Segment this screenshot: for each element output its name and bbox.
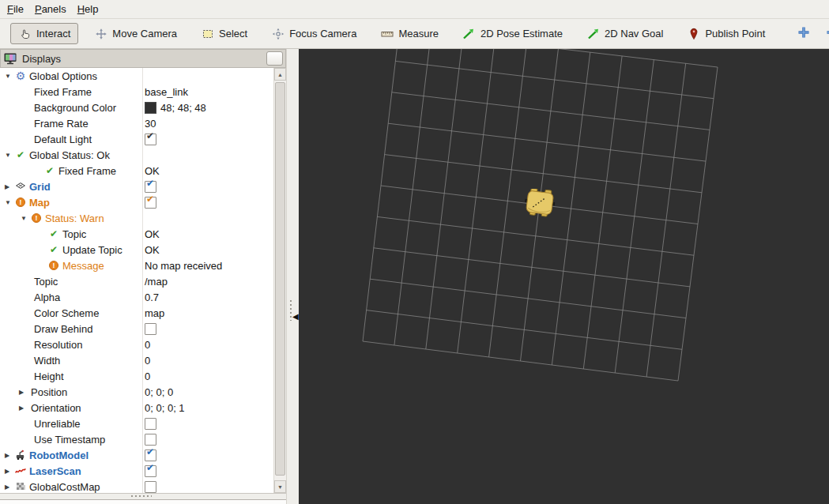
expander-icon[interactable]: ▶ (5, 452, 14, 459)
display-row-map-draw-behind[interactable]: Draw Behind (0, 321, 273, 337)
display-row-map-unreliable[interactable]: Unreliable (0, 416, 273, 431)
property-value[interactable] (145, 323, 156, 335)
expander-icon[interactable]: ▼ (21, 215, 30, 222)
display-row-map-color-scheme[interactable]: Color Schememap (0, 305, 273, 321)
move-icon (94, 27, 107, 40)
property-label: Height (34, 370, 64, 382)
property-value[interactable]: ✔ (145, 449, 156, 461)
property-value[interactable]: 0 (145, 339, 150, 351)
menu-panels[interactable]: Panels (32, 1, 75, 17)
display-row-map-use-timestamp[interactable]: Use Timestamp (0, 431, 273, 447)
tool-interact[interactable]: Interact (10, 23, 78, 44)
display-row-fixed-frame[interactable]: Fixed Framebase_link (0, 84, 273, 100)
display-row-default-light[interactable]: Default Light✔ (0, 131, 273, 147)
display-row-frame-rate[interactable]: Frame Rate30 (0, 115, 273, 131)
expander-icon[interactable]: ▼ (5, 199, 14, 206)
tool-select[interactable]: Select (193, 23, 255, 44)
display-row-map-status-update-topic[interactable]: ✔Update TopicOK (0, 242, 273, 258)
display-row-map-resolution[interactable]: Resolution0 (0, 337, 273, 352)
menu-file[interactable]: File (5, 1, 32, 17)
tool-2d-pose-estimate[interactable]: 2D Pose Estimate (454, 23, 571, 44)
menubar: FilePanelsHelp (0, 0, 829, 19)
color-swatch[interactable] (145, 102, 156, 114)
enable-checkbox[interactable]: ✔ (145, 465, 156, 477)
property-value[interactable]: ✔ (145, 181, 156, 193)
tool-measure[interactable]: Measure (372, 23, 447, 44)
display-row-map-width[interactable]: Width0 (0, 352, 273, 368)
property-value[interactable]: 48; 48; 48 (145, 102, 206, 114)
enable-checkbox[interactable]: ✔ (145, 134, 156, 145)
tool-label: Publish Point (705, 28, 765, 39)
display-row-map-height[interactable]: Height0 (0, 368, 273, 384)
scrollbar-track[interactable] (274, 81, 286, 480)
tool-2d-nav-goal[interactable]: 2D Nav Goal (578, 23, 671, 44)
property-value[interactable] (145, 434, 156, 446)
display-row-grid[interactable]: ▶Grid✔ (0, 179, 273, 194)
property-value[interactable]: OK (145, 244, 160, 256)
property-value[interactable]: OK (145, 165, 160, 177)
plus-button[interactable] (792, 22, 816, 45)
display-row-global-status[interactable]: ▼✔Global Status: Ok (0, 147, 273, 163)
property-value[interactable]: 0.7 (145, 291, 159, 303)
menu-help[interactable]: Help (75, 1, 107, 17)
tree-scrollbar[interactable]: ▲ ▼ (273, 68, 286, 493)
scrollbar-up-icon[interactable]: ▲ (274, 68, 286, 81)
enable-checkbox[interactable] (145, 418, 156, 430)
display-row-map-position[interactable]: ▶Position0; 0; 0 (0, 384, 273, 400)
minus-button[interactable]: ▾ (820, 22, 829, 45)
tool-publish-point[interactable]: Publish Point (679, 23, 773, 44)
display-row-map-alpha[interactable]: Alpha0.7 (0, 289, 273, 305)
expander-icon[interactable]: ▼ (5, 73, 14, 80)
property-value[interactable]: 0; 0; 0 (145, 386, 173, 398)
property-value[interactable]: 30 (145, 118, 156, 130)
enable-checkbox[interactable]: ✔ (145, 449, 156, 461)
property-value[interactable]: base_link (145, 86, 188, 98)
property-value[interactable]: OK (145, 228, 160, 240)
display-row-map-topic[interactable]: Topic/map (0, 273, 273, 289)
property-value[interactable]: 0 (145, 370, 150, 382)
enable-checkbox[interactable] (145, 434, 156, 446)
expander-icon[interactable]: ▶ (19, 389, 28, 396)
enable-checkbox[interactable]: ✔ (145, 197, 156, 209)
scrollbar-thumb[interactable] (275, 82, 285, 476)
property-value[interactable]: ✔ (145, 197, 156, 209)
display-row-background-color[interactable]: Background Color48; 48; 48 (0, 100, 273, 115)
render-viewport-3d[interactable] (299, 49, 829, 504)
property-value[interactable]: ✔ (145, 134, 156, 145)
expander-icon[interactable]: ▶ (5, 483, 14, 491)
tool-focus-camera[interactable]: Focus Camera (263, 23, 364, 44)
property-value[interactable]: /map (145, 276, 168, 288)
display-row-map[interactable]: ▼!Map✔ (0, 194, 273, 210)
display-row-map-status-message[interactable]: !MessageNo map received (0, 258, 273, 273)
panel-bottom-splitter[interactable] (0, 493, 286, 499)
enable-checkbox[interactable] (145, 323, 156, 335)
expander-icon[interactable]: ▶ (19, 404, 28, 412)
panel-float-button[interactable] (266, 51, 283, 66)
enable-checkbox[interactable] (145, 481, 156, 493)
enable-checkbox[interactable]: ✔ (145, 181, 156, 193)
property-value[interactable]: map (145, 307, 164, 319)
display-row-map-status[interactable]: ▼!Status: Warn (0, 210, 273, 226)
display-row-laserscan[interactable]: ▶LaserScan✔ (0, 463, 273, 479)
display-row-status-fixed-frame[interactable]: ✔Fixed FrameOK (0, 163, 273, 179)
property-value[interactable] (145, 481, 156, 493)
tool-move-camera[interactable]: Move Camera (86, 23, 185, 44)
displays-panel-header[interactable]: Displays (0, 49, 286, 68)
scrollbar-down-icon[interactable]: ▼ (274, 480, 286, 493)
display-row-map-orientation[interactable]: ▶Orientation0; 0; 0; 1 (0, 400, 273, 416)
expander-icon[interactable]: ▼ (5, 152, 14, 159)
panel-collapse-arrow-icon[interactable]: ◀ (292, 313, 299, 321)
expander-icon[interactable]: ▶ (5, 468, 14, 475)
property-value[interactable]: 0; 0; 0; 1 (145, 402, 185, 414)
property-value[interactable] (145, 418, 156, 430)
display-row-globalcostmap[interactable]: ▶GlobalCostMap (0, 479, 273, 493)
property-label: Color Scheme (34, 307, 99, 319)
vertical-splitter[interactable]: ◀ (286, 49, 299, 504)
display-row-robotmodel[interactable]: ▶RobotModel✔ (0, 447, 273, 463)
property-value[interactable]: 0 (145, 355, 150, 367)
expander-icon[interactable]: ▶ (5, 183, 14, 190)
display-row-global-options[interactable]: ▼⚙Global Options (0, 68, 273, 84)
property-value[interactable]: No map received (145, 260, 222, 272)
property-value[interactable]: ✔ (145, 465, 156, 477)
display-row-map-status-topic[interactable]: ✔TopicOK (0, 226, 273, 242)
